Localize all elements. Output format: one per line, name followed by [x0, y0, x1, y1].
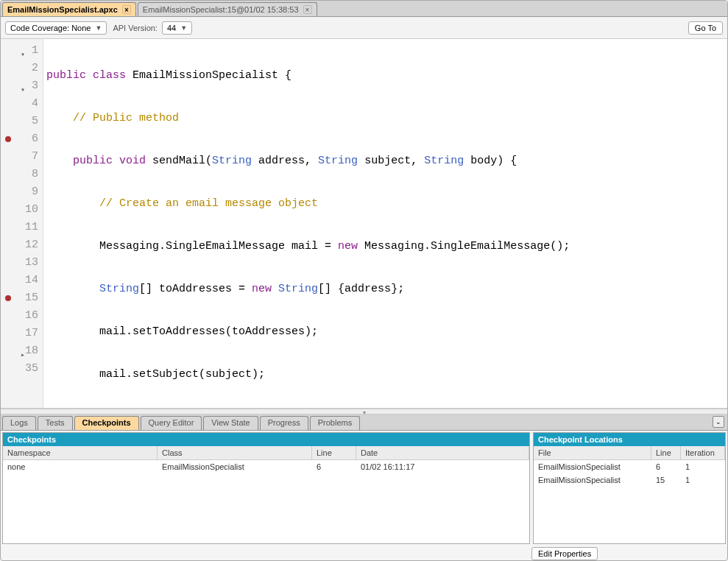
code-editor[interactable]: 1▾23▾456789101112131415161718▸35 public … [1, 39, 727, 409]
toolbar: Code Coverage: None ▼ API Version: 44 ▼ … [1, 17, 727, 39]
bottom-tab-query-editor[interactable]: Query Editor [141, 416, 202, 430]
api-version-dropdown[interactable]: 44 ▼ [162, 21, 192, 35]
api-version-value: 44 [167, 24, 176, 32]
breakpoint-icon[interactable] [5, 136, 11, 142]
bottom-panel-row: Checkpoints Namespace Class Line Date no… [1, 431, 727, 546]
table-body: EmailMissionSpecialist61EmailMissionSpec… [534, 460, 725, 543]
column-header[interactable]: Iteration [681, 446, 725, 459]
line-number[interactable]: 7 [1, 148, 43, 166]
line-number[interactable]: 8 [1, 166, 43, 183]
table-body: noneEmailMissionSpecialist601/02 16:11:1… [3, 460, 529, 543]
bottom-tab-checkpoints[interactable]: Checkpoints [74, 416, 139, 430]
file-tab-label: EmailMissionSpecialist.apxc [7, 5, 118, 14]
table-headers: File Line Iteration [534, 446, 725, 460]
close-icon[interactable]: × [122, 5, 131, 14]
line-number[interactable]: 16 [1, 307, 43, 325]
close-icon[interactable]: × [303, 5, 312, 14]
code-area[interactable]: public class EmailMissionSpecialist { //… [43, 39, 727, 408]
expand-panel-icon[interactable]: ⌄ [713, 416, 724, 428]
column-header[interactable]: Date [356, 446, 529, 459]
table-row[interactable]: EmailMissionSpecialist61 [534, 460, 725, 473]
file-tab-label: EmailMissionSpecialist:15@01/02 15:38:53 [143, 5, 299, 14]
line-number[interactable]: 6 [1, 130, 43, 148]
line-number[interactable]: 18▸ [1, 342, 43, 360]
checkpoints-panel: Checkpoints Namespace Class Line Date no… [2, 432, 530, 544]
cell: 15 [651, 473, 681, 487]
line-number[interactable]: 1▾ [1, 42, 43, 60]
line-number[interactable]: 12 [1, 236, 43, 254]
column-header[interactable]: Namespace [3, 446, 158, 459]
bottom-tab-logs[interactable]: Logs [2, 416, 36, 430]
table-row[interactable]: noneEmailMissionSpecialist601/02 16:11:1… [3, 460, 529, 473]
splitter-handle[interactable]: ▾ [1, 409, 727, 414]
cell: EmailMissionSpecialist [534, 460, 651, 473]
column-header[interactable]: File [534, 446, 651, 459]
line-number[interactable]: 15 [1, 289, 43, 307]
breakpoint-icon[interactable] [5, 295, 11, 301]
line-number[interactable]: 10 [1, 201, 43, 219]
line-number[interactable]: 14 [1, 272, 43, 289]
edit-properties-button[interactable]: Edit Properties [531, 547, 598, 560]
line-number[interactable]: 4 [1, 95, 43, 113]
footer-row: Edit Properties [1, 546, 727, 561]
column-header[interactable]: Line [651, 446, 681, 459]
cell: 1 [681, 460, 725, 473]
panel-title: Checkpoints [3, 433, 529, 446]
cell: none [3, 460, 158, 473]
cell: 6 [312, 460, 356, 473]
line-number[interactable]: 17 [1, 325, 43, 342]
column-header[interactable]: Line [312, 446, 356, 459]
cell: 01/02 16:11:17 [356, 460, 529, 473]
bottom-tab-progress[interactable]: Progress [260, 416, 308, 430]
line-number[interactable]: 13 [1, 254, 43, 272]
line-number[interactable]: 5 [1, 113, 43, 130]
line-number[interactable]: 3▾ [1, 77, 43, 95]
chevron-down-icon: ▼ [95, 24, 102, 32]
table-row[interactable]: EmailMissionSpecialist151 [534, 473, 725, 487]
line-number[interactable]: 35 [1, 360, 43, 378]
panel-title: Checkpoint Locations [534, 433, 725, 446]
file-tab-bar: EmailMissionSpecialist.apxc × EmailMissi… [1, 1, 727, 17]
cell: 6 [651, 460, 681, 473]
cell: EmailMissionSpecialist [534, 473, 651, 487]
cell: EmailMissionSpecialist [158, 460, 312, 473]
cell: 1 [681, 473, 725, 487]
gutter[interactable]: 1▾23▾456789101112131415161718▸35 [1, 39, 43, 408]
bottom-tab-view-state[interactable]: View State [203, 416, 258, 430]
file-tab-active[interactable]: EmailMissionSpecialist.apxc × [2, 2, 136, 16]
column-header[interactable]: Class [158, 446, 312, 459]
bottom-tab-tests[interactable]: Tests [38, 416, 73, 430]
code-coverage-value: Code Coverage: None [10, 24, 91, 32]
bottom-tab-problems[interactable]: Problems [310, 416, 360, 430]
table-headers: Namespace Class Line Date [3, 446, 529, 460]
chevron-down-icon: ▼ [180, 24, 187, 32]
goto-button[interactable]: Go To [688, 21, 723, 35]
api-version-label: API Version: [113, 24, 158, 32]
bottom-tab-bar: LogsTestsCheckpointsQuery EditorView Sta… [1, 414, 727, 431]
checkpoint-locations-panel: Checkpoint Locations File Line Iteration… [533, 432, 726, 544]
line-number[interactable]: 9 [1, 183, 43, 201]
line-number[interactable]: 2 [1, 60, 43, 77]
file-tab[interactable]: EmailMissionSpecialist:15@01/02 15:38:53… [138, 2, 317, 16]
code-coverage-dropdown[interactable]: Code Coverage: None ▼ [5, 21, 107, 35]
line-number[interactable]: 11 [1, 219, 43, 236]
